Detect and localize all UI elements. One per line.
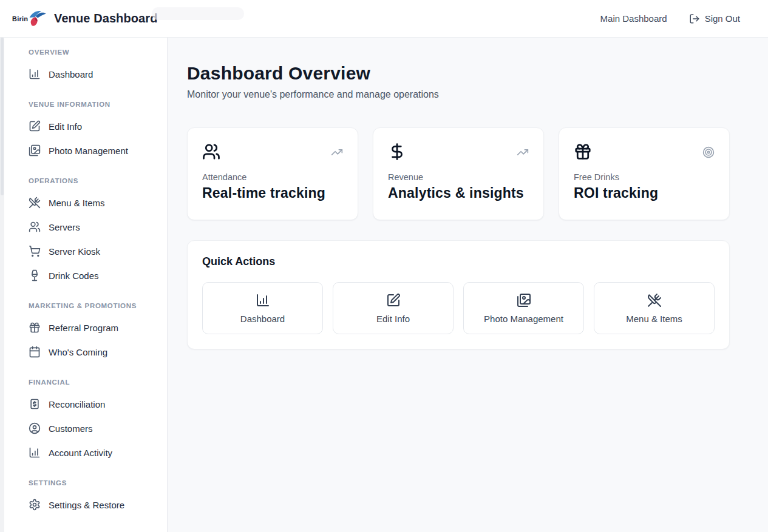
page-title: Dashboard Overview — [187, 63, 730, 84]
utensils-icon — [647, 293, 662, 308]
dollar-icon — [388, 143, 406, 161]
quick-action-label: Photo Management — [484, 314, 563, 324]
bird-logo-icon — [26, 10, 47, 28]
sign-out-label: Sign Out — [705, 13, 740, 24]
stat-card-revenue: RevenueAnalytics & insights — [373, 127, 544, 220]
stat-card-value: Real-time tracking — [202, 185, 343, 201]
stat-card-icon-row — [574, 143, 715, 161]
sidebar-section: FINANCIALReconciliationCustomersAccount … — [29, 379, 157, 465]
receipt-icon — [29, 398, 41, 410]
sidebar-item-label: Reconciliation — [49, 399, 105, 409]
log-out-icon — [689, 13, 700, 24]
sidebar-item-label: Menu & Items — [49, 198, 105, 208]
app-title: Venue Dashboard — [54, 12, 157, 25]
sidebar-section-title: OVERVIEW — [29, 49, 157, 56]
sidebar-item-label: Customers — [49, 423, 93, 434]
stat-card-grid: AttendanceReal-time trackingRevenueAnaly… — [187, 127, 730, 220]
images-icon — [29, 144, 41, 157]
images-icon — [517, 293, 531, 308]
users-icon — [202, 143, 220, 161]
quick-actions-panel: Quick Actions DashboardEdit InfoPhoto Ma… — [187, 240, 730, 349]
main-content: Dashboard Overview Monitor your venue's … — [168, 38, 768, 532]
top-bar: Birin Venue Dashboard Main Dashboard Sig… — [0, 0, 768, 38]
quick-action-menu-items-button[interactable]: Menu & Items — [594, 282, 715, 334]
quick-actions-grid: DashboardEdit InfoPhoto ManagementMenu &… — [202, 282, 715, 334]
sidebar-item-referral-program[interactable]: Referral Program — [29, 315, 157, 340]
brand-mark: Birin — [12, 10, 47, 28]
calendar-icon — [29, 346, 41, 358]
page-shell: OVERVIEWDashboardVENUE INFORMATIONEdit I… — [0, 38, 768, 532]
cart-icon — [29, 245, 41, 257]
wine-icon — [29, 269, 41, 281]
sidebar-item-customers[interactable]: Customers — [29, 416, 157, 440]
sidebar-item-dashboard[interactable]: Dashboard — [29, 62, 157, 86]
bar-chart-icon — [29, 446, 41, 459]
sidebar: OVERVIEWDashboardVENUE INFORMATIONEdit I… — [0, 38, 168, 532]
target-icon — [702, 146, 715, 158]
sidebar-item-label: Who's Coming — [49, 347, 107, 357]
sign-out-button[interactable]: Sign Out — [689, 13, 740, 24]
sidebar-item-drink-codes[interactable]: Drink Codes — [29, 263, 157, 288]
main-dashboard-link[interactable]: Main Dashboard — [600, 13, 667, 24]
stat-card-label: Attendance — [202, 172, 343, 182]
sidebar-item-menu-items[interactable]: Menu & Items — [29, 190, 157, 215]
sidebar-item-photo-management[interactable]: Photo Management — [29, 138, 157, 163]
sidebar-section: MARKETING & PROMOTIONSReferral ProgramWh… — [29, 302, 157, 364]
edit-icon — [29, 120, 41, 132]
sidebar-item-settings-restore[interactable]: Settings & Restore — [29, 493, 157, 517]
user-circle-icon — [29, 422, 41, 434]
stat-card-label: Revenue — [388, 172, 529, 182]
brand-logo: Birin Venue Dashboard — [12, 10, 158, 28]
sidebar-item-label: Edit Info — [49, 121, 82, 132]
sidebar-scrollbar[interactable] — [0, 38, 4, 532]
quick-action-edit-info-button[interactable]: Edit Info — [333, 282, 454, 334]
sidebar-section-title: MARKETING & PROMOTIONS — [29, 302, 157, 309]
gift-icon — [29, 322, 41, 334]
quick-action-dashboard-button[interactable]: Dashboard — [202, 282, 323, 334]
quick-action-label: Edit Info — [376, 314, 410, 324]
sidebar-section-title: VENUE INFORMATION — [29, 101, 157, 108]
sidebar-item-servers[interactable]: Servers — [29, 215, 157, 239]
sidebar-item-label: Referral Program — [49, 323, 118, 333]
stat-card-free-drinks: Free DrinksROI tracking — [559, 127, 730, 220]
stat-card-icon-row — [202, 143, 343, 161]
quick-actions-title: Quick Actions — [202, 255, 715, 268]
top-nav: Main Dashboard Sign Out — [600, 13, 740, 24]
stat-card-attendance: AttendanceReal-time tracking — [187, 127, 358, 220]
sidebar-item-label: Photo Management — [49, 146, 128, 156]
stat-card-value: ROI tracking — [574, 185, 715, 201]
sidebar-section: OPERATIONSMenu & ItemsServersServer Kios… — [29, 177, 157, 288]
sidebar-item-label: Server Kiosk — [49, 246, 100, 257]
header-placeholder-pill — [152, 7, 244, 20]
quick-action-photo-management-button[interactable]: Photo Management — [463, 282, 584, 334]
sidebar-section-title: FINANCIAL — [29, 379, 157, 386]
trending-up-icon — [517, 146, 529, 158]
sidebar-item-who-s-coming[interactable]: Who's Coming — [29, 340, 157, 364]
sidebar-item-reconciliation[interactable]: Reconciliation — [29, 392, 157, 416]
gift-icon — [574, 143, 592, 161]
gear-icon — [29, 499, 41, 511]
sidebar-item-server-kiosk[interactable]: Server Kiosk — [29, 239, 157, 263]
sidebar-item-label: Servers — [49, 222, 80, 232]
stat-card-value: Analytics & insights — [388, 185, 529, 201]
bar-chart-icon — [29, 68, 41, 80]
sidebar-item-label: Drink Codes — [49, 271, 99, 281]
sidebar-section-title: OPERATIONS — [29, 177, 157, 184]
stat-card-label: Free Drinks — [574, 172, 715, 182]
venue-dashboard-app: Birin Venue Dashboard Main Dashboard Sig… — [0, 0, 768, 532]
page-subtitle: Monitor your venue's performance and man… — [187, 89, 730, 100]
sidebar-item-edit-info[interactable]: Edit Info — [29, 114, 157, 138]
utensils-icon — [29, 197, 41, 209]
sidebar-section-title: SETTINGS — [29, 479, 157, 487]
sidebar-item-label: Settings & Restore — [49, 500, 124, 510]
sidebar-section: SETTINGSSettings & Restore — [29, 479, 157, 517]
stat-card-icon-row — [388, 143, 529, 161]
bar-chart-icon — [256, 293, 270, 308]
sidebar-item-label: Dashboard — [49, 69, 93, 79]
sidebar-item-account-activity[interactable]: Account Activity — [29, 440, 157, 465]
edit-icon — [386, 293, 401, 308]
users-icon — [29, 221, 41, 233]
sidebar-section: VENUE INFORMATIONEdit InfoPhoto Manageme… — [29, 101, 157, 163]
sidebar-item-label: Account Activity — [49, 448, 112, 458]
quick-action-label: Menu & Items — [626, 314, 682, 324]
